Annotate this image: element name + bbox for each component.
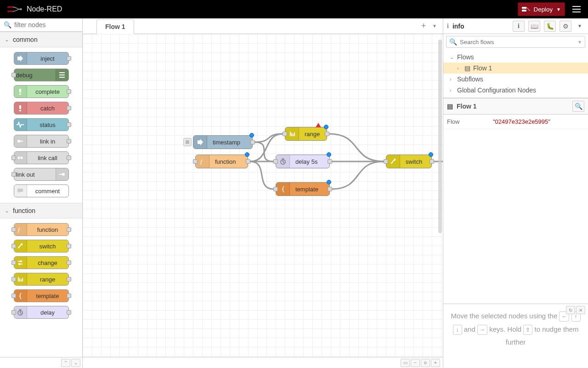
input-port[interactable]: [384, 159, 388, 164]
palette-node-status[interactable]: status: [14, 118, 69, 131]
main-menu-button[interactable]: [570, 2, 583, 16]
changed-badge-icon: [327, 152, 331, 157]
search-icon: 🔍: [449, 38, 457, 46]
info-title: Flow 1: [457, 103, 477, 110]
input-port[interactable]: [273, 159, 278, 164]
palette-node-delay[interactable]: delay: [14, 306, 69, 319]
key-shift-icon: ⇧: [523, 325, 532, 335]
svg-rect-2: [522, 10, 526, 12]
key-right-icon: →: [477, 325, 487, 335]
palette-node-catch[interactable]: catch: [14, 102, 69, 115]
port: [67, 293, 71, 298]
info-search-button[interactable]: 🔍: [572, 101, 584, 112]
palette-node-label: change: [27, 259, 68, 266]
info-header: ▤ Flow 1 🔍: [443, 98, 588, 115]
canvas-node-function[interactable]: ffunction: [195, 155, 248, 168]
palette-category-common[interactable]: ⌄common: [0, 32, 82, 47]
palette-node-label: template: [27, 293, 68, 299]
chevron-down-icon: ⌄: [450, 54, 454, 60]
palette-node-link-out[interactable]: link out: [14, 168, 69, 181]
canvas-node-template[interactable]: {template: [276, 182, 330, 196]
palette-node-label: complete: [27, 88, 68, 95]
range-icon: [285, 127, 299, 140]
deploy-button[interactable]: Deploy ▼: [518, 2, 565, 16]
tip-close-button[interactable]: ✕: [576, 306, 585, 314]
navigator-button[interactable]: ▭: [401, 359, 410, 367]
app: Node-RED Deploy ▼ 🔍 ⌄common inject debug: [0, 0, 588, 368]
palette-node-complete[interactable]: complete: [14, 85, 69, 98]
palette-filter[interactable]: 🔍: [0, 18, 82, 32]
palette-node-switch[interactable]: switch: [14, 240, 69, 253]
palette-node-comment[interactable]: comment: [14, 184, 69, 197]
sidebar-search-input[interactable]: [460, 39, 575, 46]
palette-node-link-in[interactable]: link in: [14, 135, 69, 148]
info-row: Flow "02497e323e2e5995": [443, 115, 588, 129]
svg-text:f: f: [18, 226, 21, 233]
chevron-down-icon: ⌄: [5, 36, 9, 43]
palette-node-link-call[interactable]: link call: [14, 151, 69, 164]
input-port[interactable]: [193, 159, 198, 164]
palette-node-inject[interactable]: inject: [14, 52, 69, 65]
zoom-out-button[interactable]: −: [411, 359, 420, 367]
canvas-node-label: template: [290, 186, 324, 193]
port: [67, 89, 71, 94]
flow-canvas[interactable]: timestamp ffunction range delay 5s {temp…: [83, 34, 443, 357]
linkout-icon: [56, 168, 68, 180]
caret-down-icon: ▼: [556, 7, 561, 12]
tab-menu-button[interactable]: ▼: [430, 21, 439, 30]
palette-node-label: delay: [27, 309, 68, 316]
sidebar-search[interactable]: 🔍 ▼: [446, 36, 585, 48]
palette-node-debug[interactable]: debug: [14, 69, 69, 81]
palette-collapse-all-button[interactable]: ⌃: [61, 359, 70, 367]
palette-category-function[interactable]: ⌄function: [0, 203, 82, 218]
canvas-node-range[interactable]: range: [285, 127, 327, 141]
port: [11, 293, 16, 298]
tree-flows[interactable]: ⌄Flows: [443, 52, 588, 63]
canvas-scrollbar[interactable]: [438, 40, 442, 233]
palette-node-template[interactable]: {template: [14, 289, 69, 302]
palette-node-range[interactable]: range: [14, 273, 69, 286]
output-port[interactable]: [430, 159, 434, 164]
output-port[interactable]: [325, 132, 329, 136]
port: [11, 244, 16, 248]
zoom-reset-button[interactable]: o: [421, 359, 430, 367]
zoom-in-button[interactable]: +: [431, 359, 440, 367]
sidebar-tab-info[interactable]: i: [513, 21, 525, 32]
node-red-logo-icon: [5, 5, 23, 14]
palette-node-label: comment: [27, 188, 68, 195]
svg-rect-1: [522, 7, 526, 9]
sidebar-search-row: 🔍 ▼: [443, 34, 588, 50]
palette-expand-all-button[interactable]: ⌄: [71, 359, 80, 367]
tree-global-config[interactable]: ›Global Configuration Nodes: [443, 85, 588, 96]
port: [67, 310, 71, 315]
palette-node-function[interactable]: ffunction: [14, 223, 69, 236]
palette-node-label: catch: [27, 105, 68, 112]
palette-node-change[interactable]: change: [14, 256, 69, 269]
pulse-icon: [14, 119, 27, 131]
sidebar-tab-config[interactable]: ⚙: [560, 21, 571, 32]
canvas-node-delay-5s[interactable]: delay 5s: [276, 155, 330, 168]
output-port[interactable]: [250, 140, 255, 144]
palette-filter-input[interactable]: [14, 21, 79, 29]
canvas-node-timestamp[interactable]: timestamp: [193, 135, 253, 149]
tree-flow-1[interactable]: ›▤Flow 1: [443, 63, 588, 74]
output-port[interactable]: [246, 159, 250, 164]
sidebar-tab-debug[interactable]: 🐛: [544, 21, 556, 32]
switch-icon: [14, 240, 27, 252]
input-port[interactable]: [273, 187, 278, 191]
arrow-icon: [193, 136, 207, 149]
output-port[interactable]: [328, 159, 332, 164]
inject-button[interactable]: [183, 138, 192, 146]
output-port[interactable]: [328, 187, 332, 191]
svg-point-0: [20, 8, 22, 11]
sidebar-tab-help[interactable]: 📖: [528, 21, 540, 32]
svg-text:{: {: [18, 293, 22, 299]
canvas-node-switch[interactable]: switch: [386, 155, 432, 168]
tip-refresh-button[interactable]: ↻: [566, 306, 575, 314]
input-port[interactable]: [283, 132, 287, 136]
tab-flow-1[interactable]: Flow 1: [96, 19, 134, 34]
sidebar-tab-menu[interactable]: ▼: [575, 21, 584, 32]
add-flow-button[interactable]: +: [419, 21, 428, 30]
port: [11, 277, 16, 282]
tree-subflows[interactable]: ›Subflows: [443, 74, 588, 85]
